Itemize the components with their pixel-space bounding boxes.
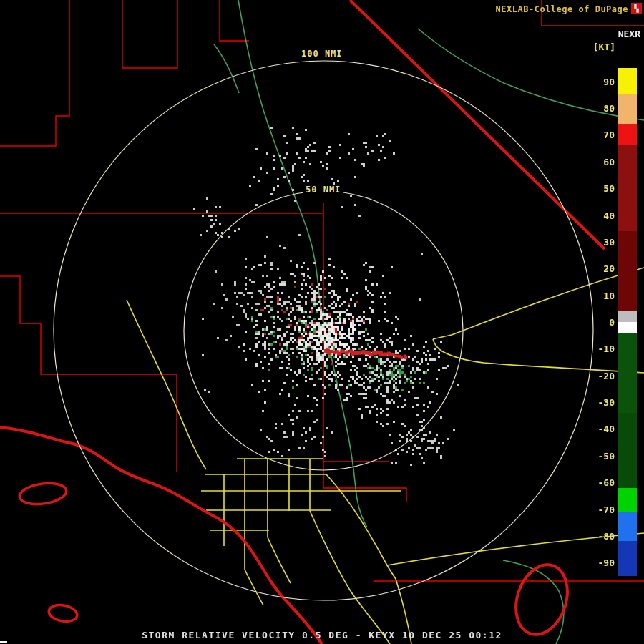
county-borders (323, 488, 406, 502)
nexlab-logo-icon: ▚ (631, 3, 642, 14)
nexlab-brand-text: NEXLAB-College of DuPage (496, 4, 628, 14)
colorbar-tick-label: 70 (603, 130, 615, 140)
colorbar-tick-label: 20 (603, 263, 615, 274)
colorbar-tick-label: -40 (598, 424, 615, 434)
colorbar-ticks: 9080706050403020100-10-20-30-40-50-60-70… (590, 68, 615, 576)
roads (433, 335, 452, 339)
corner-mark (0, 641, 7, 643)
roads (245, 570, 263, 605)
rivers (238, 0, 367, 527)
colorbar-tick-label: 60 (603, 156, 615, 167)
roads (326, 474, 396, 579)
colorbar-tick-label: 30 (603, 236, 615, 247)
range-ring (184, 191, 463, 470)
range-ring-label-100nmi: 100 NMI (299, 49, 345, 59)
major-highways (350, 0, 605, 249)
colorbar-segment (618, 311, 637, 322)
colorbar-segment (618, 488, 637, 512)
roads (310, 511, 390, 644)
colorbar-segment (618, 333, 637, 413)
colorbar-tick-label: 10 (603, 290, 615, 301)
radar-viewport: 100 NMI 50 NMI NEXLAB-College of DuPage … (0, 0, 644, 644)
colorbar-segment (618, 145, 637, 231)
rivers (214, 44, 239, 93)
colorbar-segment (618, 322, 637, 333)
colorbar-tick-label: -90 (598, 557, 615, 568)
colorbar-tick-label: 0 (609, 317, 615, 328)
colorbar-segment (618, 413, 637, 488)
colorbar-tick-label: -30 (598, 397, 615, 408)
colorbar-tick-label: -60 (598, 477, 615, 488)
colorbar-segment (618, 68, 637, 94)
units-label: [KT] (593, 42, 615, 52)
colorbar-segment (618, 231, 637, 311)
colorbar-segment (618, 512, 637, 541)
roads (127, 300, 206, 469)
colorbar-tick-label: -10 (598, 343, 615, 354)
major-highways (0, 427, 322, 644)
colorbar-segment (618, 124, 637, 145)
colorbar-tick-label: -80 (598, 530, 615, 541)
product-label: NEXR (618, 29, 640, 39)
roads (452, 268, 644, 335)
roads (268, 537, 291, 583)
colorbar-tick-label: -20 (598, 370, 615, 381)
rings-svg (0, 0, 644, 644)
lake-outline (507, 558, 576, 641)
county-borders (122, 0, 177, 68)
map-svg (0, 0, 644, 644)
colorbar (618, 68, 637, 576)
range-ring (54, 61, 593, 600)
colorbar-tick-label: 40 (603, 210, 615, 220)
colorbar-tick-label: 90 (603, 76, 615, 87)
colorbar-segment (618, 94, 637, 124)
radar-echoes-canvas (0, 0, 644, 644)
colorbar-tick-label: 50 (603, 183, 615, 194)
range-ring-label-50nmi: 50 NMI (303, 185, 343, 195)
lake-outline (18, 481, 67, 507)
county-borders (0, 0, 69, 146)
lake-outline (47, 603, 78, 624)
colorbar-tick-label: -70 (598, 504, 615, 514)
county-borders (220, 0, 249, 41)
colorbar-segment (618, 541, 637, 576)
county-borders (0, 276, 177, 472)
status-bar-text: STORM RELATIVE VELOCITY 0.5 DEG - KEYX 1… (0, 630, 644, 640)
colorbar-tick-label: 80 (603, 103, 615, 114)
colorbar-tick-label: -50 (598, 450, 615, 461)
